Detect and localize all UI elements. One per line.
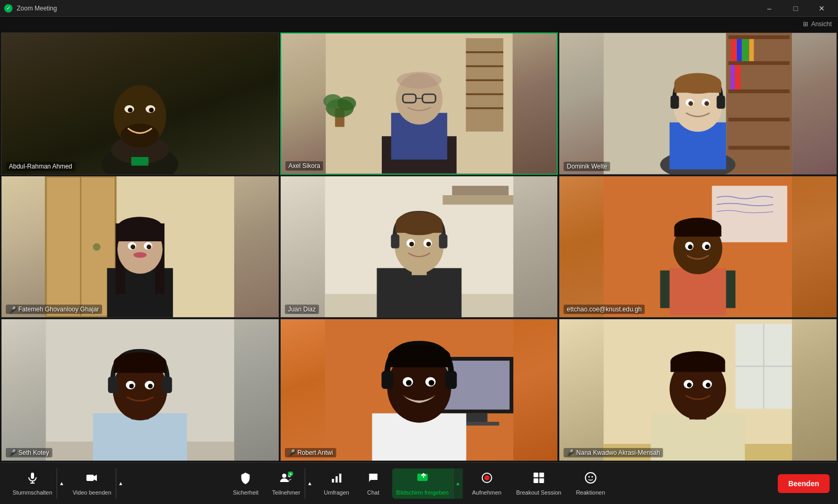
chat-button[interactable]: Chat [359,468,388,499]
svg-rect-31 [729,89,790,93]
participant-name-text-1: Abdul-Rahman Ahmed [9,163,72,170]
participant-video-6 [559,176,836,318]
participant-name-9: 🎤 Nana Kwadwo Akrasi-Mensah [564,448,663,457]
mute-button[interactable]: Stummschalten [8,468,57,499]
video-cell-2: Axel Sikora [280,32,558,175]
camera-icon [86,472,98,487]
room-bg-6 [559,176,836,318]
participants-split-button: 9 Teilnehmer ▲ [268,468,315,499]
video-arrow-button[interactable]: ▲ [116,468,126,499]
video-cell-8: 🎤 Robert Antwi [280,319,558,461]
participant-video-2 [281,33,557,174]
security-shield-icon: ✓ [4,4,13,13]
svg-rect-83 [712,186,788,242]
participant-avatar-1 [57,54,223,174]
video-arrow-icon: ▲ [118,480,124,486]
close-button[interactable]: ✕ [810,0,834,17]
participant-video-4 [2,176,279,318]
svg-rect-115 [445,371,456,389]
room-bg-9 [559,319,836,461]
svg-rect-151 [534,473,538,477]
svg-rect-153 [534,478,538,483]
svg-point-7 [149,108,154,113]
participant-name-5: Juan Diaz [285,305,319,314]
participants-arrow-button[interactable]: ▲ [304,468,314,499]
video-button[interactable]: Video beenden [69,468,116,499]
breakout-icon [533,472,545,487]
participant-name-4: 🎤 Fatemeh Ghovanlooy Ghajar [6,305,102,314]
svg-rect-117 [388,356,450,367]
svg-rect-85 [670,268,726,315]
svg-rect-39 [735,65,741,89]
participant-name-2: Axel Sikora [285,161,324,171]
svg-rect-71 [377,268,461,317]
ansicht-button[interactable]: ⊞ Ansicht [803,20,832,28]
breakout-label: Breakout Session [516,489,561,496]
security-button[interactable]: Sicherheit [228,468,264,499]
svg-point-134 [687,383,692,388]
svg-rect-34 [731,39,737,61]
svg-rect-144 [332,479,334,483]
record-icon [480,472,493,487]
toolbar-center-group: Sicherheit 9 Teilnehmer [228,468,611,499]
svg-point-105 [148,384,153,388]
svg-point-149 [484,475,489,480]
minimize-button[interactable]: – [757,0,781,17]
participant-name-text-3: Dominik Welte [567,163,607,170]
video-split-button: Video beenden ▲ [69,468,126,499]
participant-video-3 [559,33,836,174]
room-bg-7 [2,319,279,461]
participant-name-text-8: Robert Antwi [297,449,333,456]
svg-rect-30 [729,61,790,65]
svg-point-81 [426,242,431,247]
svg-rect-131 [671,362,725,372]
svg-rect-36 [742,39,749,61]
participant-name-text-6: ettchao.coe@knust.edu.gh [567,306,642,313]
svg-rect-109 [464,413,487,423]
svg-point-80 [409,242,414,247]
share-arrow-button[interactable]: ▲ [453,468,462,499]
toolbar: Stummschalten ▲ Video beenden ▲ [0,462,838,504]
svg-point-156 [588,476,590,477]
mute-icon-9: 🎤 [567,449,574,456]
maximize-button[interactable]: □ [784,0,808,17]
participant-name-8: 🎤 Robert Antwi [285,448,336,457]
svg-point-120 [406,380,412,386]
mute-label: Stummschalten [13,489,52,496]
participant-video-5 [281,176,558,318]
mute-arrow-button[interactable]: ▲ [57,468,67,499]
video-cell-3: Dominik Welte [559,32,837,175]
svg-rect-43 [671,96,679,109]
room-bg-4 [2,176,279,318]
video-cell-4: 🎤 Fatemeh Ghovanlooy Ghajar [1,176,279,318]
participant-name-7: 🎤 Seth Kotey [6,448,52,457]
titlebar: ✓ Zoom Meeting – □ ✕ [0,0,838,17]
svg-rect-139 [86,475,94,481]
window-title: Zoom Meeting [17,5,57,12]
svg-point-6 [128,108,133,113]
svg-rect-37 [749,39,754,61]
polls-icon [330,472,343,487]
reactions-button[interactable]: Reaktionen [571,468,611,499]
chat-icon [367,472,380,487]
polls-button[interactable]: Umfragen [318,468,354,499]
svg-rect-69 [452,186,509,195]
video-grid: Abdul-Rahman Ahmed [0,31,838,462]
record-button[interactable]: Aufnehmen [467,468,506,499]
participant-name-3: Dominik Welte [564,162,610,171]
share-button[interactable]: Bildschirm freigeben [392,468,453,499]
participant-name-1: Abdul-Rahman Ahmed [6,162,75,171]
svg-rect-74 [391,234,399,248]
svg-rect-38 [731,65,735,89]
end-meeting-button[interactable]: Beenden [778,474,830,493]
svg-rect-35 [737,39,742,61]
participants-button[interactable]: 9 Teilnehmer [268,468,305,499]
reactions-icon [584,472,597,487]
microphone-icon [26,472,39,487]
mute-icon-7: 🎤 [9,449,16,456]
svg-point-55 [93,243,100,250]
breakout-button[interactable]: Breakout Session [511,468,566,499]
svg-rect-68 [443,195,513,205]
svg-rect-152 [539,473,544,477]
topbar: ⊞ Ansicht [0,17,838,31]
